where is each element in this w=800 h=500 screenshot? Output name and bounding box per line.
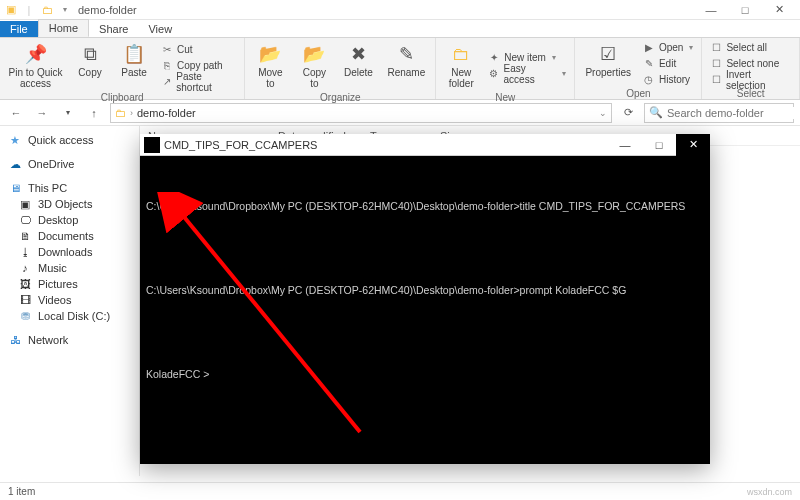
cmd-titlebar[interactable]: CMD_TIPS_FOR_CCAMPERS — □ ✕ [140, 134, 710, 156]
move-to-button[interactable]: 📂Move to [251, 40, 289, 91]
ribbon-group-new: 🗀New folder ✦New item▾ ⚙Easy access▾ New [436, 38, 575, 99]
properties-button[interactable]: ☑Properties [581, 40, 635, 87]
cmd-title: CMD_TIPS_FOR_CCAMPERS [164, 139, 317, 151]
qat-dropdown-icon[interactable]: ▾ [58, 3, 72, 17]
back-button[interactable]: ← [6, 103, 26, 123]
copy-button[interactable]: ⧉ Copy [71, 40, 109, 91]
close-button[interactable]: ✕ [762, 0, 796, 20]
3d-objects-icon: ▣ [18, 198, 32, 211]
videos-icon: 🎞 [18, 294, 32, 306]
cut-icon: ✂ [161, 44, 173, 55]
sidebar-item-network[interactable]: 🖧Network [4, 332, 135, 348]
sidebar-item-onedrive[interactable]: ☁OneDrive [4, 156, 135, 172]
ribbon-group-select: ☐Select all ☐Select none ☐Invert selecti… [702, 38, 800, 99]
documents-icon: 🗎 [18, 230, 32, 242]
search-input[interactable] [667, 107, 800, 119]
tab-share[interactable]: Share [89, 21, 138, 37]
maximize-button[interactable]: □ [728, 0, 762, 20]
search-box[interactable]: 🔍 [644, 103, 794, 123]
open-icon: ▶ [643, 42, 655, 53]
history-icon: ◷ [643, 74, 655, 85]
network-icon: 🖧 [8, 334, 22, 346]
sidebar-item-music[interactable]: ♪Music [4, 260, 135, 276]
history-button[interactable]: ◷History [641, 72, 695, 87]
ribbon-group-clipboard: 📌 Pin to Quick access ⧉ Copy 📋 Paste ✂Cu… [0, 38, 245, 99]
tab-view[interactable]: View [138, 21, 182, 37]
copy-icon: ⧉ [78, 42, 102, 66]
this-pc-icon: 🖥 [8, 182, 22, 194]
window-title: demo-folder [78, 4, 137, 16]
easy-access-icon: ⚙ [488, 68, 499, 79]
up-button[interactable]: ↑ [84, 103, 104, 123]
crumb-sep-icon: › [130, 108, 133, 118]
invert-icon: ☐ [710, 74, 722, 85]
cmd-icon [144, 137, 160, 153]
select-all-button[interactable]: ☐Select all [708, 40, 793, 55]
new-item-icon: ✦ [488, 52, 500, 63]
easy-access-button[interactable]: ⚙Easy access▾ [486, 66, 568, 81]
nav-bar: ← → ▾ ↑ 🗀 › demo-folder ⌄ ⟳ 🔍 [0, 100, 800, 126]
sidebar-item-documents[interactable]: 🗎Documents [4, 228, 135, 244]
paste-button[interactable]: 📋 Paste [115, 40, 153, 91]
status-item-count: 1 item [8, 486, 35, 497]
status-bar: 1 item wsxdn.com [0, 482, 800, 500]
chevron-down-icon[interactable]: ⌄ [599, 108, 607, 118]
copy-to-icon: 📂 [302, 42, 326, 66]
open-button[interactable]: ▶Open▾ [641, 40, 695, 55]
cmd-minimize-button[interactable]: — [608, 134, 642, 156]
move-icon: 📂 [258, 42, 282, 66]
select-all-icon: ☐ [710, 42, 722, 53]
sidebar-item-videos[interactable]: 🎞Videos [4, 292, 135, 308]
paste-shortcut-button[interactable]: ↗Paste shortcut [159, 74, 238, 89]
pin-icon: 📌 [24, 42, 48, 66]
downloads-icon: ⭳ [18, 246, 32, 258]
pin-quick-access-button[interactable]: 📌 Pin to Quick access [6, 40, 65, 91]
forward-button[interactable]: → [32, 103, 52, 123]
music-icon: ♪ [18, 262, 32, 274]
copy-path-icon: ⎘ [161, 60, 173, 71]
folder-icon: 🗀 [115, 107, 126, 119]
folder-icon: ▣ [4, 3, 18, 17]
explorer-titlebar: ▣ | 🗀 ▾ demo-folder — □ ✕ [0, 0, 800, 20]
new-folder-button[interactable]: 🗀New folder [442, 40, 480, 91]
cmd-output[interactable]: C:\Users\Ksound\Dropbox\My PC (DESKTOP-6… [140, 156, 710, 464]
sidebar-item-pictures[interactable]: 🖼Pictures [4, 276, 135, 292]
sidebar-item-3d-objects[interactable]: ▣3D Objects [4, 196, 135, 212]
sidebar-item-this-pc[interactable]: 🖥This PC [4, 180, 135, 196]
drive-icon: ⛃ [18, 310, 32, 323]
copy-to-button[interactable]: 📂Copy to [295, 40, 333, 91]
onedrive-icon: ☁ [8, 158, 22, 171]
select-none-icon: ☐ [710, 58, 722, 69]
sidebar-item-downloads[interactable]: ⭳Downloads [4, 244, 135, 260]
invert-selection-button[interactable]: ☐Invert selection [708, 72, 793, 87]
delete-icon: ✖ [346, 42, 370, 66]
minimize-button[interactable]: — [694, 0, 728, 20]
sidebar-item-quick-access[interactable]: ★Quick access [4, 132, 135, 148]
qat-divider: | [22, 3, 36, 17]
cut-button[interactable]: ✂Cut [159, 42, 238, 57]
tab-file[interactable]: File [0, 21, 38, 37]
desktop-icon: 🖵 [18, 214, 32, 226]
address-bar[interactable]: 🗀 › demo-folder ⌄ [110, 103, 612, 123]
pictures-icon: 🖼 [18, 278, 32, 290]
cmd-maximize-button[interactable]: □ [642, 134, 676, 156]
cmd-window[interactable]: CMD_TIPS_FOR_CCAMPERS — □ ✕ C:\Users\Kso… [140, 134, 710, 464]
sidebar-item-desktop[interactable]: 🖵Desktop [4, 212, 135, 228]
delete-button[interactable]: ✖Delete [339, 40, 377, 91]
recent-button[interactable]: ▾ [58, 103, 78, 123]
new-folder-icon: 🗀 [449, 42, 473, 66]
cmd-line: C:\Users\Ksound\Dropbox\My PC (DESKTOP-6… [146, 198, 704, 215]
sidebar-item-local-disk[interactable]: ⛃Local Disk (C:) [4, 308, 135, 324]
ribbon: 📌 Pin to Quick access ⧉ Copy 📋 Paste ✂Cu… [0, 38, 800, 100]
breadcrumb[interactable]: demo-folder [137, 107, 196, 119]
search-icon: 🔍 [649, 106, 663, 119]
shortcut-icon: ↗ [161, 76, 172, 87]
refresh-button[interactable]: ⟳ [618, 103, 638, 123]
folder-icon: 🗀 [40, 3, 54, 17]
edit-button[interactable]: ✎Edit [641, 56, 695, 71]
group-caption: Select [708, 87, 793, 101]
tab-home[interactable]: Home [38, 19, 89, 37]
rename-button[interactable]: ✎Rename [383, 40, 429, 91]
cmd-close-button[interactable]: ✕ [676, 134, 710, 156]
properties-icon: ☑ [596, 42, 620, 66]
